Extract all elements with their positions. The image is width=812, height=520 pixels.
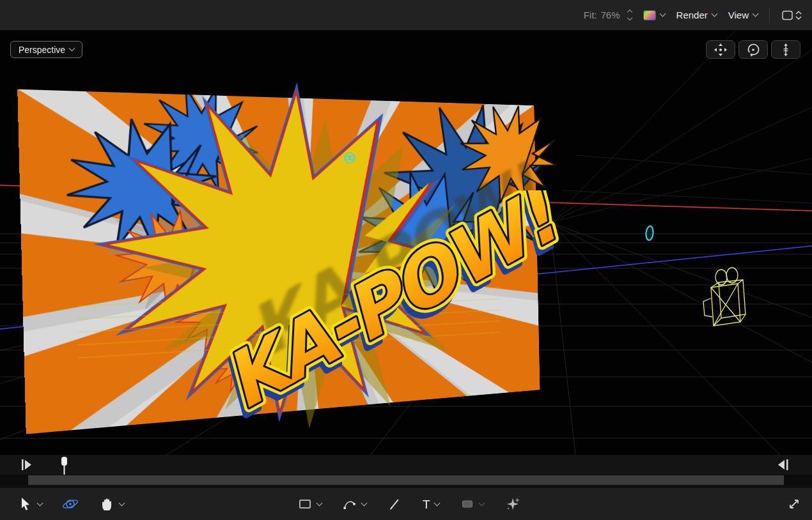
orbit-view-button[interactable]: [738, 40, 768, 59]
rotation-ring-handle[interactable]: [645, 226, 653, 240]
bezier-tool-button[interactable]: [342, 496, 366, 512]
chevron-down-icon: [659, 11, 666, 17]
comic-artwork: KA-POW!: [17, 89, 540, 434]
dolly-arrows-icon: [778, 42, 793, 57]
rectangle-icon: [297, 496, 313, 512]
layout-pane-icon: [781, 9, 803, 22]
rectangle-tool-button[interactable]: [297, 496, 322, 512]
chevron-down-icon: [69, 45, 75, 52]
pan-hand-tool-button[interactable]: [98, 496, 124, 512]
timeline-scroll-track[interactable]: [0, 475, 812, 486]
tool-palette: T: [0, 487, 812, 520]
paintbrush-icon: [387, 496, 402, 512]
channels-popup[interactable]: [643, 10, 665, 20]
cursor-arrow-icon: [18, 496, 33, 512]
chevron-down-icon: [433, 500, 440, 506]
chevron-down-icon: [37, 500, 43, 506]
mini-timeline[interactable]: [0, 455, 812, 487]
chevron-down-icon: [753, 11, 759, 17]
timeline-scroll-thumb[interactable]: [28, 475, 784, 485]
view-menu[interactable]: View: [728, 10, 758, 20]
text-tool-icon: T: [423, 498, 430, 510]
render-menu[interactable]: Render: [676, 10, 717, 20]
resize-panel-button[interactable]: [786, 496, 802, 512]
fit-label: Fit:: [584, 10, 597, 20]
chevron-down-icon: [711, 11, 717, 17]
orbit-arrow-icon: [746, 42, 761, 57]
chevron-down-icon: [478, 500, 485, 506]
dolly-view-button[interactable]: [771, 40, 800, 59]
canvas-viewport[interactable]: KA-POW! KA-POW! KA-POW! KA-POW!: [0, 31, 812, 455]
pan-arrows-icon: [713, 42, 728, 57]
timeline-ruler[interactable]: [0, 455, 812, 475]
zoom-stepper-icon[interactable]: [628, 10, 632, 20]
view-label: View: [728, 10, 749, 20]
3d-transform-tool-button[interactable]: [61, 496, 79, 512]
chevron-down-icon: [119, 500, 125, 506]
toolbar-divider: [769, 8, 770, 23]
channels-thumbnail-icon: [643, 10, 656, 20]
text-tool-button[interactable]: T: [423, 498, 439, 510]
window-layout-button[interactable]: [781, 9, 803, 22]
3d-transform-icon: [61, 496, 79, 512]
camera-wireframe[interactable]: [703, 268, 746, 326]
motion-window: Fit: 76% Render View: [0, 0, 812, 520]
paint-stroke-tool-button[interactable]: [387, 496, 402, 512]
camera-menu-label: Perspective: [19, 45, 65, 55]
render-label: Render: [676, 10, 708, 20]
canvas-toolbar: Fit: 76% Render View: [0, 0, 812, 31]
hand-icon: [98, 496, 115, 512]
mask-shape-icon: [460, 496, 475, 512]
zoom-control[interactable]: Fit: 76%: [584, 10, 632, 20]
artwork-layer-plane[interactable]: KA-POW!: [17, 89, 540, 434]
play-range-in-marker[interactable]: [22, 459, 31, 470]
bezier-pen-icon: [342, 496, 357, 512]
chevron-down-icon: [316, 500, 323, 506]
sparkles-icon: [504, 496, 521, 512]
camera-select-menu[interactable]: Perspective: [10, 41, 82, 58]
chevron-down-icon: [361, 500, 368, 506]
pan-view-button[interactable]: [706, 40, 735, 59]
3d-view-controls: [706, 40, 800, 59]
adjust-item-tool-button[interactable]: [504, 496, 521, 512]
playhead[interactable]: [61, 457, 67, 475]
play-range-out-marker[interactable]: [778, 459, 788, 470]
diagonal-resize-icon: [786, 496, 802, 512]
select-tool-button[interactable]: [18, 496, 42, 512]
mask-tool-button[interactable]: [460, 496, 484, 512]
zoom-value[interactable]: 76%: [601, 10, 620, 20]
